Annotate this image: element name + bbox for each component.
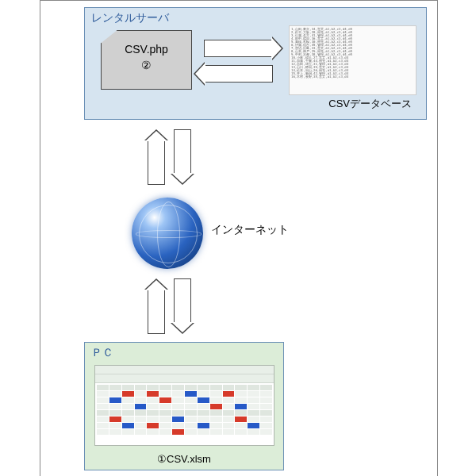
zone-rental-server: レンタルサーバ CSV.php ② 1,山田,東京,34,営業,a1,b2,c3… bbox=[84, 7, 427, 120]
node-excel-file bbox=[94, 365, 274, 446]
diagram-canvas: レンタルサーバ CSV.php ② 1,山田,東京,34,営業,a1,b2,c3… bbox=[40, 0, 438, 476]
internet-label: インターネット bbox=[211, 223, 289, 237]
excel-file-label: ①CSV.xlsm bbox=[85, 453, 283, 465]
node-internet bbox=[132, 198, 203, 269]
csv-php-number: ② bbox=[102, 58, 191, 74]
zone-pc: ＰＣ ①CSV.xlsm bbox=[84, 342, 284, 470]
arrow-db-to-php bbox=[204, 65, 273, 83]
zone-pc-title: ＰＣ bbox=[85, 343, 283, 363]
globe-icon bbox=[132, 198, 203, 269]
node-csv-php: CSV.php ② bbox=[101, 30, 192, 90]
csv-php-filename: CSV.php bbox=[102, 42, 191, 58]
arrow-internet-to-pc bbox=[174, 278, 191, 324]
arrow-php-to-db bbox=[204, 40, 273, 57]
csv-database-label: CSVデータベース bbox=[328, 97, 412, 111]
arrow-pc-to-internet bbox=[148, 289, 165, 334]
arrow-server-to-internet bbox=[174, 129, 191, 175]
node-csv-database: 1,山田,東京,34,営業,a1,b2,c3,d4,e52,鈴木,大阪,28,開… bbox=[289, 25, 416, 95]
arrow-internet-to-server bbox=[148, 140, 165, 185]
